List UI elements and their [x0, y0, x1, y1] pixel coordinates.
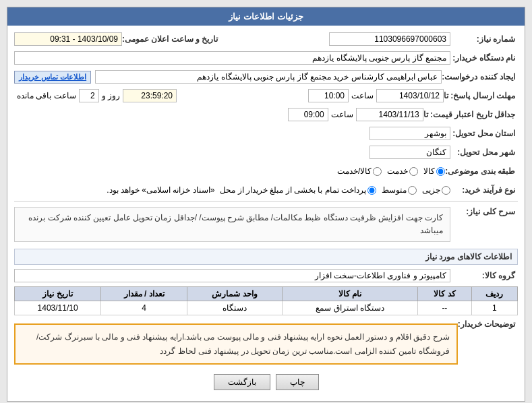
- saat-label2: ساعت: [328, 110, 356, 119]
- shomare-niaz-value: 1103096697000603: [329, 32, 450, 46]
- jadval-time: 09:00: [288, 108, 328, 121]
- group-kala-label: گروه کالا:: [450, 271, 518, 280]
- tabaqe-radio-group: کالا خدمت کالا/خدمت: [337, 166, 445, 176]
- buttons-row: چاپ بازگشت: [14, 374, 518, 396]
- col-nam-kala: نام کالا: [283, 287, 418, 301]
- saat-label1: ساعت: [349, 91, 376, 100]
- kala-table-section: ردیف کد کالا نام کالا واحد شمارش تعداد /…: [14, 286, 518, 315]
- noe-farayand-group: جزیی متوسط پرداخت تمام با بخشی از مبلغ خ…: [107, 185, 450, 195]
- radio-kala-khedmat-input[interactable]: [373, 167, 382, 176]
- cell-tedad: 4: [101, 301, 187, 315]
- ostan-label: استان محل تحویل:: [450, 129, 518, 138]
- sarkhkoli-value: کارت جهت افزایش ظرفیت دستگاه ظبط مکالمات…: [14, 207, 450, 242]
- ettelaat-tamas-link[interactable]: اطلاعات تماس خریدار: [14, 71, 91, 84]
- cell-radif: 1: [471, 301, 517, 315]
- ijad-konande-value: عباس ابراهیمی کارشناس خرید مجتمع گاز پار…: [95, 70, 442, 84]
- radio-kala-khedmat[interactable]: کالا/خدمت: [337, 166, 382, 176]
- chap-button[interactable]: چاپ: [276, 374, 319, 390]
- kala-table: ردیف کد کالا نام کالا واحد شمارش تعداد /…: [14, 286, 518, 315]
- ostan-value: بوشهر: [370, 127, 450, 140]
- tawzih-value: شرح دقیق اقلام و دستور العمل نحوه ارایه …: [14, 323, 458, 365]
- col-tedad: تعداد / مقدار: [101, 287, 187, 301]
- col-radif: ردیف: [471, 287, 517, 301]
- radio-jozi-input[interactable]: [442, 186, 450, 195]
- radio-mottavassaet-label: متوسط: [382, 185, 407, 195]
- shahr-value: کنگان: [370, 146, 450, 159]
- cell-tarikh: 1403/11/10: [15, 301, 101, 315]
- radio-jozi-label: جزیی: [422, 185, 440, 195]
- radio-pardakht-label: پرداخت تمام با بخشی از مبلغ خریدار از مح…: [220, 185, 366, 195]
- radio-kala-label: کالا: [423, 166, 435, 176]
- cell-nam: دستگاه استراق سمع: [283, 301, 418, 315]
- jadval-date: 1403/11/13: [356, 108, 423, 121]
- mohlat-roz: 2: [79, 89, 99, 102]
- radio-pardakht-input[interactable]: [367, 186, 376, 195]
- tarikh-label: تاریخ و ساعت اعلان عمومی:: [122, 34, 220, 44]
- radio-jozi[interactable]: جزیی: [422, 185, 450, 195]
- nam-dastgah-value: مجتمع گاز پارس جنوبی پالایشگاه یازدهم: [14, 51, 450, 65]
- tawzih-label: توضیحات خریدار:: [458, 319, 518, 329]
- farayand-note: «اسناد خزانه اسلامی» خواهد بود.: [107, 185, 214, 195]
- page-header: جزئیات اطلاعات نیاز: [7, 7, 525, 26]
- radio-kala[interactable]: کالا: [423, 166, 445, 176]
- shahr-label: شهر محل تحویل:: [450, 148, 518, 157]
- radio-mottavassaet[interactable]: متوسط: [382, 185, 417, 195]
- group-kala-value: کامپیوتر و فناوری اطلاعات-سخت افزار: [14, 269, 450, 282]
- sarkhkoli-label: سرح کلی نیاز:: [450, 207, 518, 216]
- ettelaat-kala-section: اطلاعات کالاهای مورد نیاز: [14, 249, 518, 265]
- table-row: 1 -- دستگاه استراق سمع دستگاه 4 1403/11/…: [15, 301, 518, 315]
- cell-kod: --: [418, 301, 472, 315]
- radio-khedmat[interactable]: خدمت: [387, 166, 418, 176]
- shomare-niaz-label: شماره نیاز:: [450, 34, 518, 44]
- tarikh-value: 1403/10/09 - 09:31: [14, 32, 122, 46]
- radio-khedmat-input[interactable]: [409, 167, 418, 176]
- mohlat-saatmande: 23:59:20: [123, 89, 177, 102]
- col-vahed: واحد شمارش: [187, 287, 283, 301]
- radio-khedmat-label: خدمت: [387, 166, 408, 176]
- radio-mottavassaet-input[interactable]: [408, 186, 417, 195]
- radio-pardakht[interactable]: پرداخت تمام با بخشی از مبلغ خریدار از مح…: [220, 185, 376, 195]
- page-title: جزئیات اطلاعات نیاز: [229, 11, 303, 22]
- jadval-label: جداقل تاریخ اعتبار قیمت: تا: [423, 110, 518, 119]
- cell-vahed: دستگاه: [187, 301, 283, 315]
- mohlat-label: مهلت ارسال پاسخ: تا: [444, 91, 518, 100]
- radio-kala-input[interactable]: [436, 167, 445, 176]
- nam-dastgah-label: نام دستگاه خریدار:: [450, 53, 518, 63]
- radio-kala-khedmat-label: کالا/خدمت: [337, 166, 372, 176]
- roz-label: روز و: [99, 91, 123, 100]
- noe-farayand-label: نوع فرآیند خرید:: [450, 185, 518, 195]
- col-kod-kala: کد کالا: [418, 287, 472, 301]
- ijad-konande-label: ایجاد کننده درخواست:: [442, 72, 518, 82]
- saat-mande-label: ساعت باقی مانده: [14, 91, 79, 100]
- bazgasht-button[interactable]: بازگشت: [214, 374, 270, 390]
- tabaqe-label: طبقه بندی موضوعی:: [445, 166, 518, 176]
- mohlat-time: 10:00: [308, 89, 349, 102]
- mohlat-date: 1403/10/12: [376, 89, 444, 102]
- col-tarikh: تاریخ نیاز: [15, 287, 101, 301]
